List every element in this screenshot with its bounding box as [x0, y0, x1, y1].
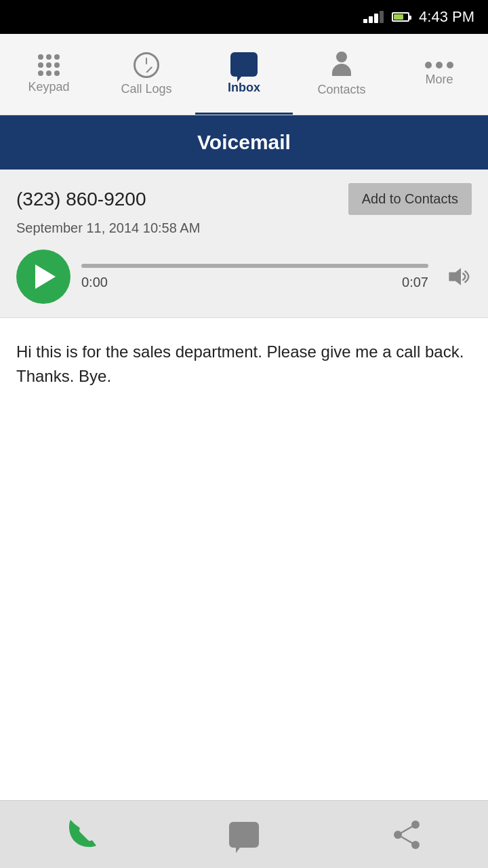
keypad-icon	[38, 54, 60, 76]
volume-icon[interactable]	[445, 265, 472, 288]
contacts-icon	[329, 52, 354, 79]
vm-date: September 11, 2014 10:58 AM	[16, 220, 472, 236]
inbox-icon	[230, 52, 258, 77]
voicemail-transcript: Hi this is for the sales department. Ple…	[0, 318, 488, 410]
share-icon	[391, 819, 422, 850]
message-icon	[229, 822, 259, 848]
nav-label-keypad: Keypad	[28, 80, 69, 94]
status-bar: 4:43 PM	[0, 0, 488, 34]
nav-item-contacts[interactable]: Contacts	[293, 34, 390, 115]
nav-item-keypad[interactable]: Keypad	[0, 34, 98, 115]
voicemail-card: (323) 860-9200 Add to Contacts September…	[0, 170, 488, 318]
audio-player: 0:00 0:07	[16, 250, 472, 304]
page-header: Voicemail	[0, 115, 488, 170]
nav-item-call-logs[interactable]: Call Logs	[98, 34, 195, 115]
signal-icon	[363, 11, 384, 23]
clock-icon	[134, 52, 159, 78]
vm-top-row: (323) 860-9200 Add to Contacts	[16, 183, 472, 215]
time-total: 0:07	[402, 275, 428, 290]
page-title: Voicemail	[197, 131, 291, 154]
nav-item-more[interactable]: More	[390, 34, 488, 115]
nav-label-call-logs: Call Logs	[121, 82, 171, 96]
play-button[interactable]	[16, 250, 70, 304]
progress-bar[interactable]	[81, 264, 428, 268]
time-row: 0:00 0:07	[81, 275, 428, 290]
play-icon	[35, 264, 56, 289]
time-current: 0:00	[81, 275, 108, 290]
svg-line-4	[398, 825, 415, 835]
svg-marker-0	[449, 268, 461, 285]
vm-phone-number: (323) 860-9200	[16, 189, 146, 210]
more-icon	[425, 62, 453, 68]
nav-label-more: More	[425, 73, 453, 87]
status-time: 4:43 PM	[419, 8, 474, 26]
add-to-contacts-button[interactable]: Add to Contacts	[348, 183, 472, 215]
call-button[interactable]	[54, 808, 108, 862]
nav-item-inbox[interactable]: Inbox	[195, 34, 293, 115]
share-button[interactable]	[380, 808, 434, 862]
nav-label-contacts: Contacts	[317, 83, 365, 97]
progress-container: 0:00 0:07	[81, 264, 428, 290]
bottom-bar	[0, 800, 488, 868]
transcript-text: Hi this is for the sales department. Ple…	[16, 342, 464, 385]
battery-icon	[392, 12, 409, 22]
svg-line-5	[398, 835, 415, 845]
nav-label-inbox: Inbox	[228, 81, 260, 95]
phone-icon	[64, 817, 99, 852]
nav-bar: Keypad Call Logs Inbox Contacts More	[0, 34, 488, 115]
message-button[interactable]	[217, 808, 271, 862]
